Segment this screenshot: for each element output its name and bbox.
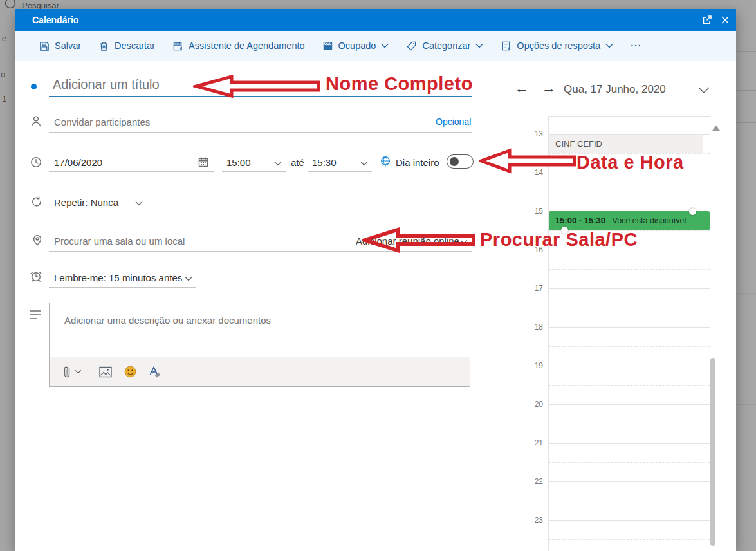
next-day-button[interactable]: → xyxy=(542,80,556,97)
hour-label: 13 xyxy=(516,129,543,138)
scroll-up-arrow[interactable] xyxy=(712,126,720,131)
scrollbar-thumb[interactable] xyxy=(710,358,715,546)
repeat-dropdown[interactable]: Repetir: Nunca xyxy=(54,197,118,208)
toggle-knob xyxy=(450,157,459,166)
hour-line xyxy=(549,443,710,444)
all-day-label: Dia inteiro xyxy=(396,157,439,168)
chevron-down-icon xyxy=(381,43,389,48)
divider xyxy=(736,122,756,123)
dialog-titlebar: Calendário xyxy=(15,9,736,31)
clipped-label: e xyxy=(2,33,6,43)
half-hour-line xyxy=(549,192,710,192)
response-options-dropdown[interactable]: Opções de resposta xyxy=(501,41,613,51)
start-time-input[interactable] xyxy=(226,157,265,168)
divider xyxy=(736,90,756,91)
response-options-icon xyxy=(501,41,512,51)
until-label: até xyxy=(291,157,304,168)
scheduling-assistant-button[interactable]: Assistente de Agendamento xyxy=(172,41,305,51)
datepicker-icon[interactable] xyxy=(198,156,209,168)
date-underline xyxy=(49,171,214,172)
hour-line xyxy=(549,520,710,521)
all-day-toggle[interactable] xyxy=(447,154,474,169)
timezone-globe-icon[interactable] xyxy=(379,155,392,169)
mini-calendar-date-header[interactable]: Qua, 17 Junho, 2020 xyxy=(564,83,666,96)
hour-label: 19 xyxy=(516,361,543,370)
hour-label: 22 xyxy=(516,477,543,486)
chevron-down-icon[interactable] xyxy=(360,161,368,166)
previous-day-button[interactable]: ← xyxy=(515,80,529,97)
tag-icon xyxy=(406,41,417,51)
hour-label: 15 xyxy=(516,207,543,216)
more-commands-button[interactable]: ··· xyxy=(631,41,642,51)
event-status: Você está disponível xyxy=(613,216,687,225)
scheduling-assistant-label: Assistente de Agendamento xyxy=(189,41,305,51)
formatting-icon[interactable] xyxy=(149,366,161,378)
description-toolbar xyxy=(50,357,470,386)
attach-file-button[interactable] xyxy=(62,365,82,379)
start-date-input[interactable] xyxy=(54,157,131,168)
dialog-title: Calendário xyxy=(32,15,78,25)
save-button[interactable]: Salvar xyxy=(39,41,81,51)
close-icon[interactable] xyxy=(719,14,731,26)
repeat-underline xyxy=(49,212,140,212)
discard-label: Descartar xyxy=(115,41,155,51)
chevron-down-icon[interactable] xyxy=(185,276,192,281)
chevron-down-icon xyxy=(475,43,483,48)
divider xyxy=(736,404,756,405)
reminder-underline xyxy=(49,287,196,288)
annotation-arrow-title xyxy=(193,75,320,98)
chevron-down-icon[interactable] xyxy=(697,86,710,95)
description-icon xyxy=(29,310,42,321)
save-label: Salvar xyxy=(55,41,81,51)
command-toolbar: Salvar Descartar Assistente de Agendamen… xyxy=(15,31,736,61)
annotation-location-note: Procurar Sala/PC xyxy=(480,229,638,250)
chevron-down-icon xyxy=(75,369,82,374)
trash-icon xyxy=(98,41,109,51)
categorize-label: Categorizar xyxy=(422,41,470,51)
clock-icon xyxy=(30,156,42,169)
busy-status-dropdown[interactable]: Ocupado xyxy=(322,41,389,51)
divider xyxy=(0,57,15,57)
clipped-label: 1 xyxy=(2,94,6,104)
hour-line xyxy=(549,288,710,289)
reminder-dropdown[interactable]: Lembre-me: 15 minutos antes xyxy=(54,272,182,283)
insert-image-icon[interactable] xyxy=(99,366,112,378)
hour-line xyxy=(549,404,710,405)
grid-top-border xyxy=(548,116,710,117)
chevron-down-icon[interactable] xyxy=(135,201,143,206)
emoji-icon[interactable] xyxy=(124,366,136,378)
event-compose-dialog: Calendário Salvar Descartar Assistent xyxy=(15,9,736,551)
calendar-color-dot xyxy=(31,84,37,89)
hour-label: 17 xyxy=(516,284,543,293)
location-search-input[interactable] xyxy=(54,236,299,247)
divider xyxy=(736,293,756,294)
calendar-event-selected[interactable]: 15:00 - 15:30 Você está disponível xyxy=(549,211,710,230)
hour-line xyxy=(549,481,710,482)
hour-label: 21 xyxy=(516,438,543,447)
categorize-dropdown[interactable]: Categorizar xyxy=(406,41,483,51)
chevron-down-icon[interactable] xyxy=(274,161,282,166)
discard-button[interactable]: Descartar xyxy=(98,41,155,51)
half-hour-line xyxy=(549,346,710,347)
annotation-datetime-note: Data e Hora xyxy=(576,152,684,173)
start-time-underline xyxy=(222,171,286,172)
optional-attendees-link[interactable]: Opcional xyxy=(436,117,471,127)
invite-attendees-input[interactable] xyxy=(54,117,299,127)
half-hour-line xyxy=(549,539,710,540)
description-textarea[interactable] xyxy=(50,303,470,357)
end-time-input[interactable] xyxy=(312,157,351,168)
event-resize-handle-top[interactable] xyxy=(689,208,696,215)
half-hour-line xyxy=(549,269,710,270)
half-hour-line xyxy=(549,462,710,463)
popout-icon[interactable] xyxy=(701,14,713,26)
hour-line xyxy=(549,327,710,328)
half-hour-line xyxy=(549,424,710,424)
description-box xyxy=(49,303,470,387)
paperclip-icon xyxy=(62,365,71,379)
hour-line xyxy=(549,134,710,135)
reminder-alarm-icon xyxy=(29,269,43,283)
hour-line xyxy=(549,366,710,366)
annotation-arrow-location xyxy=(362,227,476,254)
hour-label: 18 xyxy=(516,322,543,332)
chevron-down-icon xyxy=(605,43,613,48)
